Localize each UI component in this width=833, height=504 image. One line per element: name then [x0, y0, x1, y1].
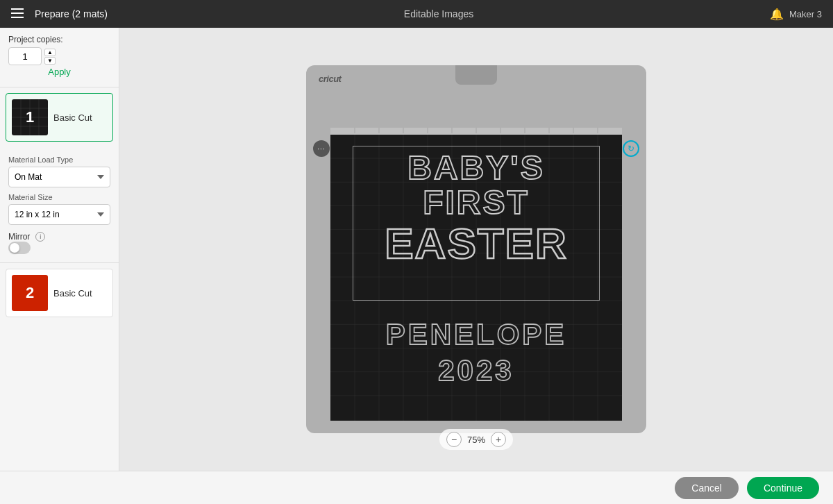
continue-button[interactable]: Continue: [747, 477, 819, 499]
mat-label-2: Basic Cut: [53, 288, 92, 299]
cricut-mat: cricut: [306, 65, 646, 433]
mat-refresh-button[interactable]: ↻: [623, 140, 639, 157]
topbar-center-label: Editable Images: [108, 8, 770, 19]
mat-options-button[interactable]: ···: [313, 140, 330, 157]
mirror-info-icon[interactable]: i: [35, 232, 45, 242]
topbar-right: 🔔 Maker 3: [770, 8, 822, 21]
material-load-type-select[interactable]: On Mat: [8, 167, 110, 187]
mat-item-2[interactable]: 2 Basic Cut: [6, 269, 113, 317]
mat-thumbnail-1: 1: [12, 99, 48, 135]
material-settings-1: Material Load Type On Mat Material Size …: [0, 144, 119, 260]
material-size-select[interactable]: 12 in x 12 in: [8, 204, 110, 225]
topbar: Prepare (2 mats) Editable Images 🔔 Maker…: [0, 0, 833, 28]
design-line1: BABY'S FIRST: [360, 151, 592, 221]
zoom-level-label: 75%: [467, 435, 485, 445]
design-overlay: BABY'S FIRST EASTER PENELOPE 2023: [336, 140, 616, 415]
apply-button[interactable]: Apply: [8, 65, 110, 81]
project-copies-section: Project copies: ▲ ▼ Apply: [0, 28, 119, 84]
design-line4: 2023: [438, 353, 514, 388]
material-size-label: Material Size: [8, 193, 110, 201]
mat-cutting-grid: BABY'S FIRST EASTER PENELOPE 2023: [330, 135, 622, 421]
zoom-out-button[interactable]: −: [446, 432, 462, 447]
project-copies-label: Project copies:: [8, 35, 110, 44]
sidebar: Project copies: ▲ ▼ Apply: [0, 28, 119, 471]
design-selection-box: BABY'S FIRST EASTER: [353, 146, 600, 301]
mirror-label: Mirror: [8, 232, 30, 242]
mat-container: cricut: [306, 65, 646, 433]
window-title: Prepare (2 mats): [35, 8, 108, 19]
svg-rect-2: [11, 17, 24, 18]
design-lower-block: PENELOPE 2023: [386, 317, 567, 389]
copies-down-button[interactable]: ▼: [44, 57, 56, 65]
mirror-row: Mirror i: [8, 232, 110, 242]
mat-number-2: 2: [26, 284, 34, 302]
bottom-bar: Cancel Continue: [0, 471, 833, 504]
toggle-knob: [10, 243, 19, 253]
copies-up-button[interactable]: ▲: [44, 49, 56, 56]
mat-ruler-top: [330, 128, 622, 135]
main-layout: Project copies: ▲ ▼ Apply: [0, 28, 833, 471]
canvas-area: cricut: [119, 28, 833, 471]
copies-spinner: ▲ ▼: [44, 49, 56, 65]
zoom-controls: − 75% +: [439, 429, 513, 450]
design-line2: EASTER: [360, 222, 592, 265]
zoom-in-button[interactable]: +: [491, 432, 506, 447]
svg-rect-1: [11, 12, 24, 14]
mat-top-tab: [455, 65, 497, 85]
material-load-type-label: Material Load Type: [8, 156, 110, 164]
cricut-logo: cricut: [319, 74, 341, 84]
svg-rect-0: [11, 8, 24, 10]
copies-input[interactable]: [8, 47, 42, 65]
design-line3: PENELOPE: [386, 317, 567, 352]
notification-icon[interactable]: 🔔: [770, 8, 784, 21]
menu-icon[interactable]: [11, 7, 24, 22]
mat-label-1: Basic Cut: [53, 112, 92, 123]
mat-number-1: 1: [26, 108, 34, 126]
copies-input-row: ▲ ▼: [8, 47, 110, 65]
device-label: Maker 3: [789, 9, 822, 19]
mat-item-1[interactable]: 1 Basic Cut: [6, 93, 113, 142]
mirror-toggle[interactable]: [8, 242, 31, 254]
mat-thumbnail-2: 2: [12, 275, 48, 311]
cancel-button[interactable]: Cancel: [675, 477, 739, 499]
